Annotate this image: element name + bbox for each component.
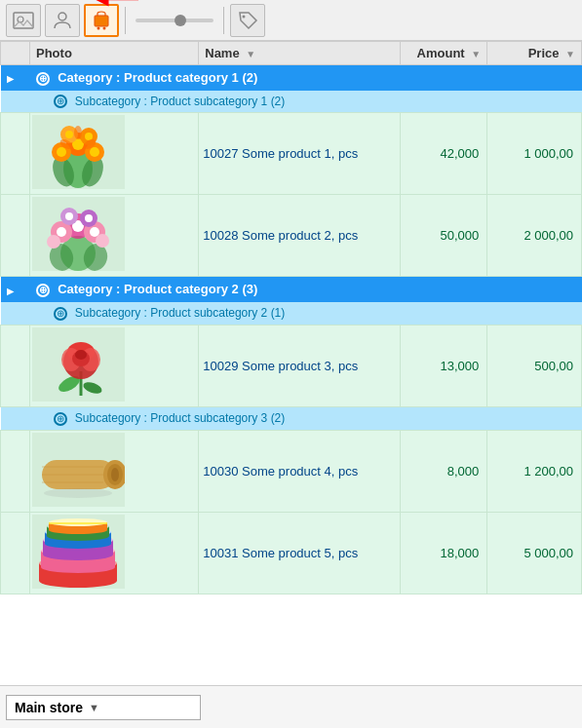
product-row-5: 10031 Some product 5, pcs 18,000 5 000,0…: [1, 512, 582, 594]
subcat3-expand-icon[interactable]: ⊕: [54, 412, 67, 426]
subcat2-expand-icon[interactable]: ⊕: [54, 307, 67, 321]
amount-filter-icon[interactable]: ▼: [471, 49, 481, 59]
toolbar-slider-thumb[interactable]: [175, 15, 186, 26]
prod1-price: 1 000,00: [487, 113, 582, 195]
prod1-photo-cell: [30, 113, 199, 195]
svg-point-22: [74, 126, 82, 139]
product-table: Photo Name ▼ Amount ▼ Price ▼: [0, 41, 582, 594]
prod4-amount: 8,000: [401, 430, 487, 512]
svg-point-55: [111, 468, 119, 481]
category-row-1[interactable]: ▶ ⊕ Category : Product category 1 (2): [1, 65, 582, 91]
tag-toolbar-btn[interactable]: [230, 4, 265, 37]
price-filter-icon[interactable]: ▼: [565, 49, 575, 59]
prod4-price: 1 200,00: [487, 430, 582, 512]
prod1-name: 10027 Some product 1, pcs: [199, 113, 401, 195]
toolbar-slider[interactable]: [136, 19, 213, 22]
product-row-1: 10027 Some product 1, pcs 42,000 1 000,0…: [1, 113, 582, 195]
name-col-header[interactable]: Name ▼: [199, 42, 401, 65]
tag-icon: [237, 10, 258, 31]
svg-point-38: [85, 214, 93, 222]
svg-point-17: [90, 147, 99, 157]
subcategory-row-3[interactable]: ⊕ Subcategory : Product subcategory 3 (2…: [1, 406, 582, 430]
cat2-expand-icon[interactable]: ⊕: [36, 284, 50, 297]
store-selector[interactable]: Main store ▼: [6, 695, 201, 720]
prod2-name: 10028 Some product 2, pcs: [199, 195, 401, 277]
prod3-photo-cell: [30, 325, 199, 406]
svg-point-4: [97, 26, 100, 29]
cat1-expand-cell[interactable]: ▶: [1, 65, 30, 91]
cat2-label[interactable]: ⊕ Category : Product category 2 (3): [30, 277, 582, 302]
subcat3-label[interactable]: ⊕ Subcategory : Product subcategory 3 (2…: [30, 406, 582, 430]
store-dropdown-arrow[interactable]: ▼: [89, 702, 99, 713]
person-icon: [52, 10, 73, 31]
svg-point-2: [58, 13, 66, 20]
prod5-amount: 18,000: [401, 512, 487, 594]
subcategory-row-2[interactable]: ⊕ Subcategory : Product subcategory 2 (1…: [1, 302, 582, 325]
prod4-name: 10030 Some product 4, pcs: [199, 430, 401, 512]
category-row-2[interactable]: ▶ ⊕ Category : Product category 2 (3): [1, 277, 582, 302]
prod3-amount: 13,000: [401, 325, 487, 406]
toolbar-separator-1: [125, 7, 126, 34]
pink-flowers-image: [32, 197, 125, 271]
prod3-expand-cell: [1, 325, 30, 406]
product-row-4: 10030 Some product 4, pcs 8,000 1 200,00: [1, 430, 582, 512]
svg-point-36: [65, 212, 73, 220]
prod2-photo-cell: [30, 195, 199, 277]
price-col-header[interactable]: Price ▼: [487, 42, 582, 65]
svg-point-7: [243, 15, 246, 18]
subcat2-expand-cell[interactable]: [1, 302, 30, 325]
svg-point-59: [44, 488, 112, 498]
prod2-price: 2 000,00: [487, 195, 582, 277]
svg-point-1: [18, 17, 23, 22]
table-header-row: Photo Name ▼ Amount ▼ Price ▼: [1, 42, 582, 65]
subcat2-label[interactable]: ⊕ Subcategory : Product subcategory 2 (1…: [30, 302, 582, 325]
cart-icon: [91, 10, 112, 31]
svg-point-50: [75, 350, 87, 360]
svg-rect-3: [95, 16, 108, 26]
photo-icon: [13, 10, 34, 31]
cart-toolbar-btn[interactable]: [84, 4, 119, 37]
amount-col-header[interactable]: Amount ▼: [401, 42, 487, 65]
toolbar: [0, 0, 582, 41]
prod3-name: 10029 Some product 3, pcs: [199, 325, 401, 406]
store-label: Main store: [15, 700, 83, 715]
prod3-price: 500,00: [487, 325, 582, 406]
prod5-expand-cell: [1, 512, 30, 594]
subcat1-expand-icon[interactable]: ⊕: [54, 95, 67, 108]
toolbar-separator-2: [223, 7, 224, 34]
prod2-expand-cell: [1, 195, 30, 277]
paper-roll-image: [32, 433, 125, 507]
cat1-label[interactable]: ⊕ Category : Product category 1 (2): [30, 65, 582, 91]
prod5-price: 5 000,00: [487, 512, 582, 594]
prod5-photo-cell: [30, 512, 199, 594]
subcat1-label[interactable]: ⊕ Subcategory : Product subcategory 1 (2…: [30, 91, 582, 113]
svg-point-39: [47, 235, 60, 249]
subcat3-expand-cell[interactable]: [1, 406, 30, 430]
svg-point-19: [65, 131, 73, 138]
product-row-2: 10028 Some product 2, pcs 50,000 2 000,0…: [1, 195, 582, 277]
name-filter-icon[interactable]: ▼: [246, 49, 255, 59]
cat2-expand-cell[interactable]: ▶: [1, 277, 30, 302]
svg-point-40: [96, 234, 109, 248]
prod1-amount: 42,000: [401, 113, 487, 195]
prod4-expand-cell: [1, 430, 30, 512]
svg-point-32: [57, 227, 66, 237]
photo-toolbar-btn[interactable]: [6, 4, 41, 37]
svg-point-34: [90, 227, 99, 237]
cat1-expand-icon[interactable]: ⊕: [36, 72, 50, 86]
subcategory-row-1[interactable]: ⊕ Subcategory : Product subcategory 1 (2…: [1, 91, 582, 113]
svg-rect-79: [49, 522, 107, 524]
prod2-amount: 50,000: [401, 195, 487, 277]
svg-point-5: [103, 26, 106, 29]
orange-flowers-image: [32, 115, 125, 189]
statusbar: Main store ▼: [0, 685, 582, 728]
svg-point-15: [57, 147, 66, 157]
expand-col-header: [1, 42, 30, 65]
table-area: Photo Name ▼ Amount ▼ Price ▼: [0, 41, 582, 685]
svg-point-21: [85, 133, 93, 140]
person-toolbar-btn[interactable]: [45, 4, 80, 37]
prod5-name: 10031 Some product 5, pcs: [199, 512, 401, 594]
subcat1-expand-cell[interactable]: [1, 91, 30, 113]
ribbons-image: [32, 515, 125, 589]
red-rose-image: [32, 327, 125, 402]
